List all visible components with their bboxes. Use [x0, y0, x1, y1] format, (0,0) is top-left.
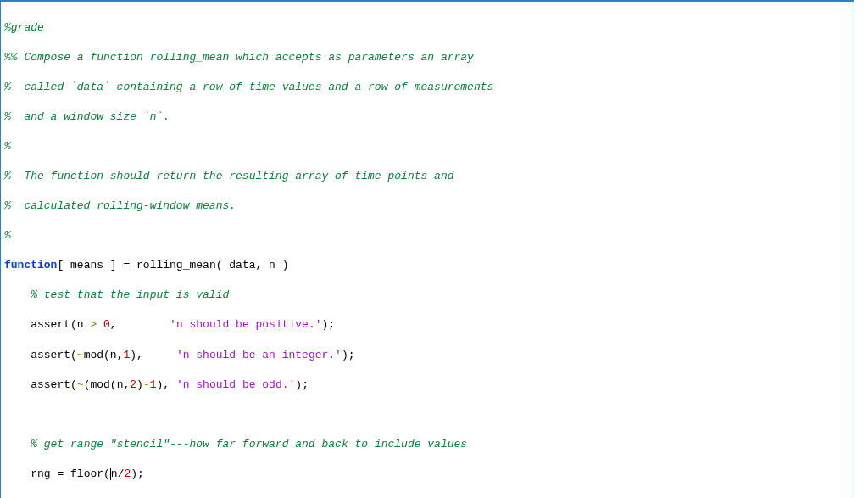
text: ,: [110, 318, 170, 331]
op-minus: -: [143, 378, 150, 391]
text: (mod(n,: [84, 378, 131, 391]
comment-validate: % test that the input is valid: [31, 288, 229, 301]
hdr-comment-l1: %% Compose a function rolling_mean which…: [4, 51, 474, 64]
hdr-comment-l7: %: [4, 229, 11, 242]
text: );: [342, 349, 355, 361]
assert-odd: assert(~(mod(n,2)-1), 'n should be odd.'…: [4, 378, 847, 393]
function-decl: function[ means ] = rolling_mean( data, …: [4, 258, 847, 273]
text: mod(n,: [84, 349, 124, 361]
text: assert(: [31, 349, 77, 361]
fn-args: ( data, n ): [216, 259, 289, 271]
hdr-comment-l4: %: [4, 140, 11, 153]
text: );: [322, 318, 336, 331]
text: assert(n: [31, 318, 90, 331]
hdr-comment-l2: % called `data` containing a row of time…: [4, 81, 493, 93]
ret-var: means: [70, 259, 103, 271]
text: ): [136, 378, 143, 391]
fn-name: rolling_mean: [136, 259, 216, 271]
text: );: [131, 467, 144, 480]
op-tilde: ~: [77, 378, 84, 391]
text: assert(: [31, 378, 77, 391]
text: rng =: [31, 467, 70, 480]
kw-function: function: [4, 259, 57, 271]
text: (: [103, 467, 110, 480]
num-2: 2: [130, 378, 136, 391]
num-0: 0: [97, 318, 110, 331]
op-tilde: ~: [77, 349, 84, 361]
str-integer: 'n should be an integer.': [176, 349, 342, 361]
text: ),: [157, 378, 176, 391]
str-positive: 'n should be positive.': [170, 318, 321, 331]
text: ),: [130, 349, 176, 361]
text: n: [111, 467, 118, 480]
text: ] =: [103, 259, 136, 271]
hdr-comment-l5: % The function should return the resulti…: [4, 170, 454, 182]
comment-stencil: % get range "stencil"---how far forward …: [31, 438, 467, 450]
fn-floor: floor: [70, 467, 103, 480]
rng-assign: rng = floor(n/2);: [4, 467, 847, 482]
assert-positive: assert(n > 0, 'n should be positive.');: [4, 317, 847, 333]
code-editor[interactable]: %grade %% Compose a function rolling_mea…: [0, 0, 854, 498]
str-odd: 'n should be odd.': [176, 378, 295, 391]
assert-integer: assert(~mod(n,1), 'n should be an intege…: [4, 348, 847, 363]
text: );: [295, 378, 309, 391]
hdr-comment-l6: % calculated rolling-window means.: [4, 199, 236, 212]
text: [: [57, 259, 70, 271]
magic-comment: %grade: [4, 21, 44, 34]
hdr-comment-l3: % and a window size `n`.: [4, 110, 170, 123]
num-1: 1: [150, 378, 157, 391]
